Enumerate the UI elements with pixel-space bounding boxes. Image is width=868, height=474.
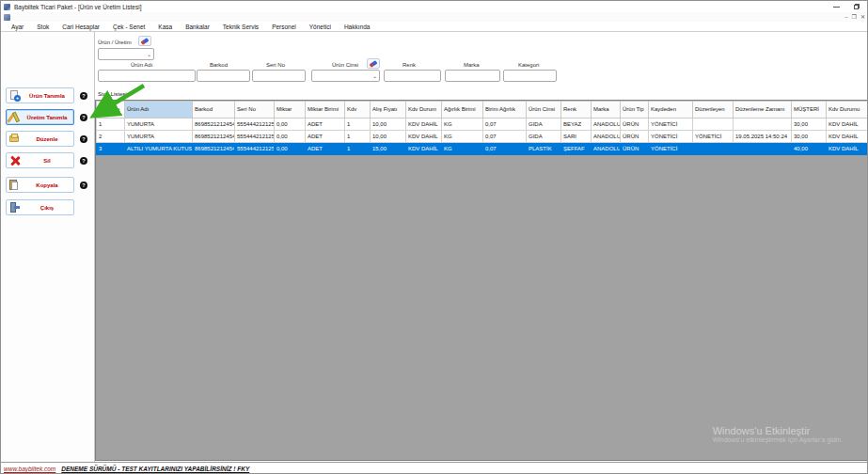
cell[interactable]: ADET <box>306 118 345 131</box>
cell[interactable]: KG <box>442 118 483 131</box>
barkod-input[interactable] <box>197 70 250 82</box>
cell[interactable]: KDV DAHİL <box>406 118 442 131</box>
seri-no-input[interactable] <box>252 70 306 82</box>
cell[interactable]: ŞEFFAF <box>561 143 592 155</box>
cell[interactable]: 86985212124545 <box>193 118 235 131</box>
menu-hakkinda[interactable]: Hakkında <box>338 22 376 32</box>
cell[interactable]: 30,00 <box>792 131 827 143</box>
cell[interactable]: 0,00 <box>275 131 306 143</box>
clear-urun-cinsi-button[interactable] <box>367 58 380 69</box>
cell[interactable]: ADET <box>306 131 345 143</box>
marka-input[interactable] <box>445 70 500 82</box>
cell[interactable]: YUMURTA <box>125 131 193 143</box>
cell[interactable] <box>734 143 792 155</box>
kopyala-button[interactable]: Kopyala <box>6 177 74 193</box>
cell[interactable]: 1 <box>345 131 371 143</box>
cell[interactable]: 1 <box>97 118 125 131</box>
urun-uretim-combobox[interactable]: ⌄ <box>98 48 154 60</box>
cell[interactable]: BEYAZ <box>561 118 592 131</box>
cell[interactable]: 86985212124545 <box>193 131 235 143</box>
cell[interactable]: ÜRÜN <box>621 118 649 131</box>
column-header-kdv-durumu[interactable]: Kdv Durumu <box>827 102 868 118</box>
menu-bankalar[interactable]: Bankalar <box>179 22 216 32</box>
column-header-birim-agirlik[interactable]: Birim Ağırlık <box>483 102 527 118</box>
cell[interactable]: KDV DAHİL <box>827 118 868 131</box>
cell[interactable]: 1 <box>345 118 371 131</box>
column-header-urun-cinsi[interactable]: Ürün Cinsi <box>527 102 561 118</box>
cell[interactable]: 15,00 <box>371 143 406 155</box>
cell[interactable]: KDV DAHİL <box>827 131 868 143</box>
duzenle-button[interactable]: Düzenle <box>6 131 74 147</box>
cell[interactable]: ANADOLU <box>592 131 621 143</box>
cell[interactable]: 0,07 <box>483 131 527 143</box>
column-header-musteri[interactable]: MÜŞTERİ <box>792 102 827 118</box>
cell[interactable]: 30,00 <box>792 118 827 131</box>
mdi-minimize-button[interactable]: – <box>844 14 847 20</box>
cell[interactable]: 5554442121256 <box>235 143 275 155</box>
help-icon[interactable]: ? <box>80 92 87 100</box>
cell[interactable]: 0,07 <box>483 118 527 131</box>
column-header-urun-tip[interactable]: Ürün Tip <box>621 102 649 118</box>
cell[interactable]: 5554442121256 <box>235 118 275 131</box>
column-header-barkod[interactable]: Barkod <box>193 102 235 118</box>
kategori-input[interactable] <box>503 70 557 82</box>
cell[interactable]: SARI <box>561 131 592 143</box>
cell[interactable]: KG <box>442 143 483 155</box>
menu-kasa[interactable]: Kasa <box>151 22 179 32</box>
restore-button[interactable] <box>846 1 867 12</box>
menu-ayar[interactable]: Ayar <box>5 22 30 32</box>
urun-tanimla-button[interactable]: + Ürün Tanımla <box>6 87 74 103</box>
clear-urun-uretim-button[interactable] <box>138 36 151 46</box>
help-icon[interactable]: ? <box>80 114 87 121</box>
help-icon[interactable]: ? <box>80 157 87 165</box>
cell[interactable] <box>693 143 734 155</box>
help-icon[interactable]: ? <box>80 182 87 189</box>
cell[interactable]: KG <box>442 131 483 143</box>
column-header-urun-adi[interactable]: Ürün Adı <box>125 102 193 118</box>
menu-yonetici[interactable]: Yönetici <box>303 22 338 32</box>
column-header-renk[interactable]: Renk <box>561 102 592 118</box>
uretim-tanimla-button[interactable]: Üretim Tanımla <box>6 109 74 125</box>
cell[interactable]: 3 <box>97 143 125 155</box>
help-icon[interactable]: ? <box>80 135 87 143</box>
minimize-button[interactable] <box>826 1 846 12</box>
menu-teknik-servis[interactable]: Teknik Servis <box>216 22 265 32</box>
column-header-kdv-durum[interactable]: Kdv Durum <box>406 102 442 118</box>
cell[interactable] <box>693 118 734 131</box>
column-header-kaydeden[interactable]: Kaydeden <box>649 102 693 118</box>
cell[interactable]: 86985212124545 <box>193 143 235 155</box>
cell[interactable]: YUMURTA <box>125 118 193 131</box>
column-header-kdv[interactable]: Kdv <box>345 102 371 118</box>
column-header-seri-no[interactable]: Seri No <box>235 102 275 118</box>
cell[interactable]: KDV DAHİL <box>406 143 442 155</box>
menu-cek-senet[interactable]: Çek - Senet <box>106 22 151 32</box>
column-header-urun-no[interactable]: Ürün No <box>97 102 125 118</box>
website-link[interactable]: www.baybiltek.com <box>4 466 55 472</box>
cell[interactable]: 10,00 <box>371 131 406 143</box>
column-header-miktar-birimi[interactable]: Miktar Birimi <box>306 102 345 118</box>
cell[interactable]: 5554442121256 <box>235 131 275 143</box>
cell[interactable]: ALTILI YUMURTA KUTUSU <box>125 143 193 155</box>
cell[interactable]: GIDA <box>527 118 561 131</box>
cell[interactable]: PLASTİK <box>527 143 561 155</box>
table-row-selected[interactable]: 3 ALTILI YUMURTA KUTUSU 86985212124545 5… <box>97 143 868 155</box>
cell[interactable]: 1 <box>345 143 371 155</box>
cell[interactable]: KDV DAHİL <box>827 143 868 155</box>
cell[interactable]: 2 <box>97 131 125 143</box>
column-header-duzenleme-zamani[interactable]: Düzenleme Zamanı <box>734 102 792 118</box>
cell[interactable]: 10,00 <box>371 118 406 131</box>
cell[interactable]: KDV DAHİL <box>406 131 442 143</box>
menu-stok[interactable]: Stok <box>30 22 55 32</box>
cell[interactable]: ANADOLU <box>592 143 621 155</box>
cell[interactable]: 0,07 <box>483 143 527 155</box>
urun-adi-input[interactable] <box>98 70 196 82</box>
table-row[interactable]: 2 YUMURTA 86985212124545 5554442121256 0… <box>97 131 868 143</box>
sil-button[interactable]: Sil <box>6 152 74 168</box>
column-header-marka[interactable]: Marka <box>592 102 621 118</box>
table-row[interactable]: 1 YUMURTA 86985212124545 5554442121256 0… <box>97 118 868 131</box>
cell[interactable]: ÜRÜN <box>621 131 649 143</box>
column-header-alis-fiyati[interactable]: Alış Fiyatı <box>371 102 406 118</box>
cell[interactable]: YÖNETİCİ <box>649 131 693 143</box>
cell[interactable]: ÜRÜN <box>621 143 649 155</box>
cell[interactable]: ANADOLU <box>592 118 621 131</box>
